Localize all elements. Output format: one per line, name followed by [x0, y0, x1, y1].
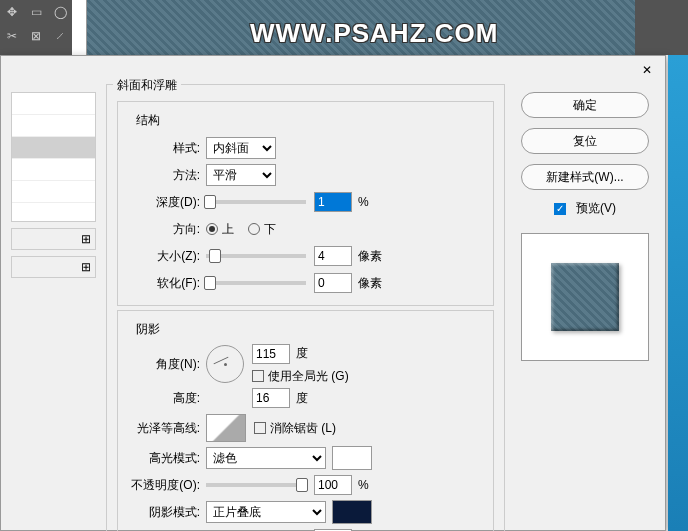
plus-icon: ⊞ [81, 232, 91, 246]
move-tool-icon[interactable]: ✥ [0, 0, 24, 24]
technique-select[interactable]: 平滑 [206, 164, 276, 186]
list-item[interactable] [12, 93, 95, 115]
global-light-checkbox[interactable] [252, 370, 264, 382]
size-slider[interactable] [206, 254, 306, 258]
preview-checkbox[interactable] [554, 203, 566, 215]
add-effect-row[interactable]: ⊞ [11, 228, 96, 250]
size-label: 大小(Z): [128, 248, 206, 265]
ok-button[interactable]: 确定 [521, 92, 649, 118]
size-unit: 像素 [358, 248, 382, 265]
gloss-contour-label: 光泽等高线: [128, 420, 206, 437]
soften-input[interactable] [314, 273, 352, 293]
highlight-opacity-slider[interactable] [206, 483, 306, 487]
global-light-label: 使用全局光 (G) [268, 368, 349, 385]
eyedropper-tool-icon[interactable]: ⊠ [24, 24, 48, 48]
soften-unit: 像素 [358, 275, 382, 292]
shadow-color-swatch[interactable] [332, 500, 372, 524]
highlight-opacity-label: 不透明度(O): [128, 477, 206, 494]
shadow-mode-label: 阴影模式: [128, 504, 206, 521]
list-item[interactable] [12, 181, 95, 203]
highlight-color-swatch[interactable] [332, 446, 372, 470]
list-item[interactable] [12, 159, 95, 181]
new-style-button[interactable]: 新建样式(W)... [521, 164, 649, 190]
highlight-mode-label: 高光模式: [128, 450, 206, 467]
marquee-tool-icon[interactable]: ▭ [24, 0, 48, 24]
altitude-unit: 度 [296, 390, 308, 407]
direction-up-radio[interactable]: 上 [206, 221, 234, 238]
preview-swatch [551, 263, 619, 331]
technique-label: 方法: [128, 167, 206, 184]
lasso-tool-icon[interactable]: ◯ [48, 0, 72, 24]
radio-icon [248, 223, 260, 235]
altitude-label: 高度: [128, 390, 206, 407]
structure-legend: 结构 [136, 112, 483, 129]
angle-input[interactable] [252, 344, 290, 364]
plus-icon: ⊞ [81, 260, 91, 274]
ruler-tool-icon[interactable]: ⟋ [48, 24, 72, 48]
watermark-text: WWW.PSAHZ.COM [250, 18, 498, 49]
highlight-mode-select[interactable]: 滤色 [206, 447, 326, 469]
style-label: 样式: [128, 140, 206, 157]
list-item-selected[interactable] [12, 137, 95, 159]
ruler-vertical [72, 0, 87, 55]
preview-label: 预览(V) [576, 200, 616, 217]
direction-label: 方向: [128, 221, 206, 238]
shadow-mode-select[interactable]: 正片叠底 [206, 501, 326, 523]
layer-style-dialog: ✕ ⊞ ⊞ 斜面和浮雕 结构 样式: 内斜面 [0, 55, 666, 531]
crop-tool-icon[interactable]: ✂ [0, 24, 24, 48]
close-button[interactable]: ✕ [637, 60, 657, 80]
add-effect-row[interactable]: ⊞ [11, 256, 96, 278]
shading-legend: 阴影 [136, 321, 483, 338]
depth-slider[interactable] [206, 200, 306, 204]
highlight-opacity-input[interactable] [314, 475, 352, 495]
highlight-opacity-unit: % [358, 478, 369, 492]
depth-input[interactable] [314, 192, 352, 212]
angle-wheel[interactable] [206, 345, 244, 383]
list-item[interactable] [12, 115, 95, 137]
close-icon: ✕ [642, 63, 652, 77]
taskbar-edge [668, 55, 688, 531]
depth-unit: % [358, 195, 369, 209]
preview-thumbnail [521, 233, 649, 361]
styles-list-panel: ⊞ ⊞ [11, 84, 96, 531]
altitude-input[interactable] [252, 388, 290, 408]
soften-label: 软化(F): [128, 275, 206, 292]
toolbox: ✥ ▭ ◯ ✂ ⊠ ⟋ ✎ ⌫ [0, 0, 72, 55]
soften-slider[interactable] [206, 281, 306, 285]
reset-button[interactable]: 复位 [521, 128, 649, 154]
bevel-emboss-fieldset: 斜面和浮雕 结构 样式: 内斜面 方法: 平滑 深度(D): % [106, 84, 505, 531]
antialias-checkbox[interactable] [254, 422, 266, 434]
fieldset-legend: 斜面和浮雕 [113, 77, 181, 94]
angle-unit: 度 [296, 345, 308, 362]
styles-list[interactable] [11, 92, 96, 222]
style-select[interactable]: 内斜面 [206, 137, 276, 159]
gloss-contour-picker[interactable] [206, 414, 246, 442]
radio-icon [206, 223, 218, 235]
antialias-label: 消除锯齿 (L) [270, 420, 336, 437]
depth-label: 深度(D): [128, 194, 206, 211]
size-input[interactable] [314, 246, 352, 266]
direction-down-radio[interactable]: 下 [248, 221, 276, 238]
angle-label: 角度(N): [128, 356, 206, 373]
